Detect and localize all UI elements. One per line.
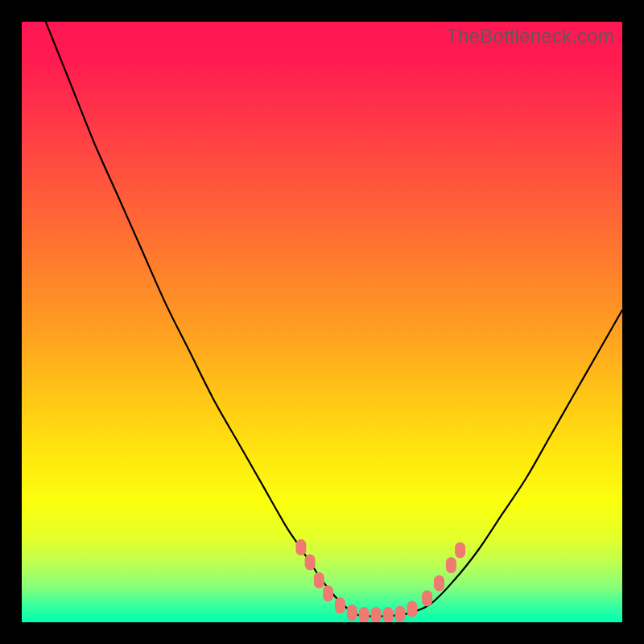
bottleneck-curve <box>46 22 622 617</box>
curve-markers <box>295 539 465 622</box>
curve-marker <box>434 576 444 592</box>
curve-marker <box>446 557 456 573</box>
chart-frame: TheBottleneck.com <box>0 0 644 644</box>
curve-marker <box>314 572 324 588</box>
curve-marker <box>323 585 333 601</box>
curve-marker <box>395 606 406 622</box>
curve-marker <box>335 597 345 613</box>
curve-marker <box>407 601 417 617</box>
curve-marker <box>305 554 316 570</box>
curve-marker <box>383 607 394 622</box>
curve-marker <box>295 539 306 555</box>
curve-marker <box>359 607 369 622</box>
curve-marker <box>347 605 357 621</box>
curve-svg <box>22 22 622 622</box>
curve-marker <box>371 607 382 622</box>
curve-marker <box>455 543 465 559</box>
curve-marker <box>422 590 432 606</box>
plot-area: TheBottleneck.com <box>22 22 622 622</box>
